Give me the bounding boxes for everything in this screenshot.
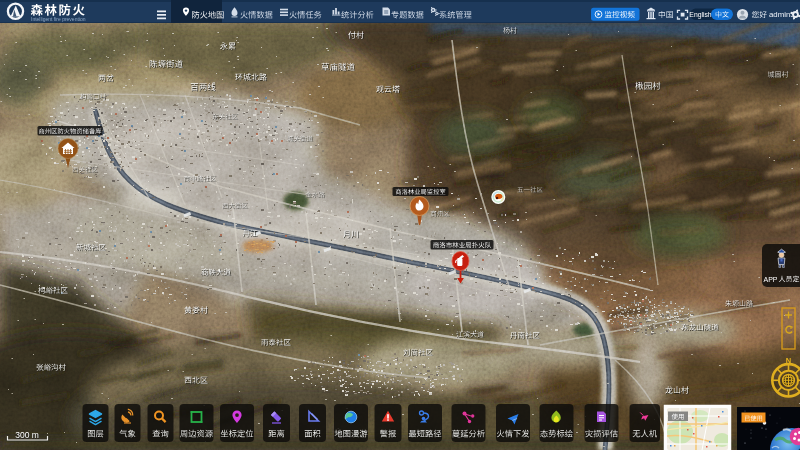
svg-text:N: N: [786, 356, 791, 365]
svg-text:admin3: admin3: [769, 10, 795, 19]
svg-text:300 m: 300 m: [15, 430, 39, 440]
svg-text:APP: APP: [764, 276, 778, 283]
svg-text:English: English: [689, 11, 712, 19]
svg-text:Intelligent fire prevention: Intelligent fire prevention: [31, 16, 86, 22]
